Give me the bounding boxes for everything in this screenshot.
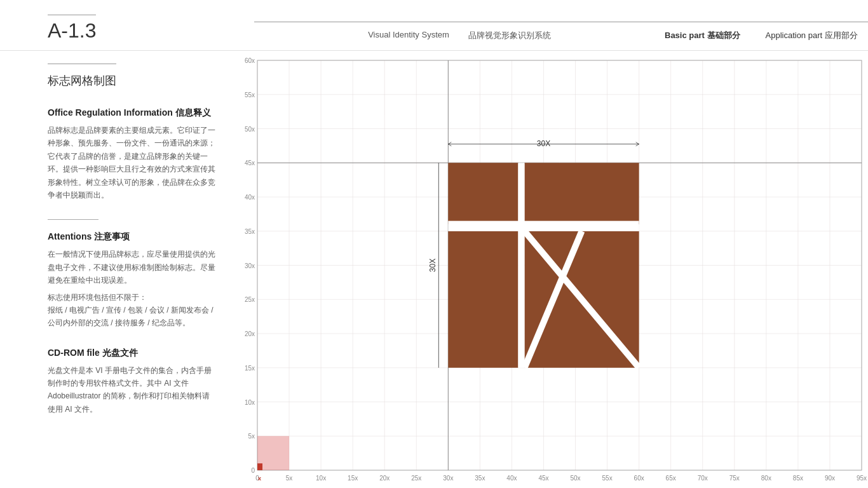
cdrom-text: 光盘文件是本 VI 手册电子文件的集合，内含手册制作时的专用软件格式文件。其中 … bbox=[48, 364, 216, 416]
nav-application: Application part 应用部分 bbox=[766, 30, 858, 41]
header: A-1.3 Visual Identity System 品牌视觉形象识别系统 … bbox=[0, 0, 868, 51]
section-title: 标志网格制图 bbox=[48, 64, 116, 88]
info-block-regulation: Office Regulation Information 信息释义 品牌标志是… bbox=[48, 107, 216, 201]
divider1 bbox=[48, 219, 98, 220]
grid-canvas bbox=[235, 51, 868, 488]
vi-system-en: Visual Identity System bbox=[368, 30, 449, 41]
vi-system-cn: 品牌视觉形象识别系统 bbox=[468, 30, 551, 41]
header-center: Visual Identity System 品牌视觉形象识别系统 bbox=[254, 22, 665, 50]
regulation-title: Office Regulation Information 信息释义 bbox=[48, 107, 216, 119]
info-block-attentions: Attentions 注意事项 在一般情况下使用品牌标志，应尽量使用提供的光盘电… bbox=[48, 231, 216, 329]
attentions-text2: 标志使用环境包括但不限于： bbox=[48, 291, 216, 304]
header-right: Basic part 基础部分 Application part 应用部分 bbox=[665, 22, 868, 50]
main-content: 标志网格制图 Office Regulation Information 信息释… bbox=[0, 51, 868, 488]
attentions-title: Attentions 注意事项 bbox=[48, 231, 216, 243]
right-panel bbox=[235, 51, 868, 488]
header-left: A-1.3 bbox=[0, 8, 254, 43]
nav-basic: Basic part 基础部分 bbox=[665, 30, 740, 41]
attentions-text3: 报纸 / 电视广告 / 宣传 / 包装 / 会议 / 新闻发布会 / 公司内外部… bbox=[48, 304, 216, 330]
left-panel: 标志网格制图 Office Regulation Information 信息释… bbox=[0, 51, 235, 488]
cdrom-title: CD-ROM file 光盘文件 bbox=[48, 348, 216, 359]
attentions-text1: 在一般情况下使用品牌标志，应尽量使用提供的光盘电子文件，不建议使用标准制图绘制标… bbox=[48, 248, 216, 287]
info-block-cdrom: CD-ROM file 光盘文件 光盘文件是本 VI 手册电子文件的集合，内含手… bbox=[48, 348, 216, 416]
regulation-text: 品牌标志是品牌要素的主要组成元素。它印证了一种形象、预先服务、一份文件、一份通讯… bbox=[48, 124, 216, 201]
page-id: A-1.3 bbox=[48, 15, 96, 43]
header-center-top: Visual Identity System 品牌视觉形象识别系统 bbox=[368, 30, 551, 41]
